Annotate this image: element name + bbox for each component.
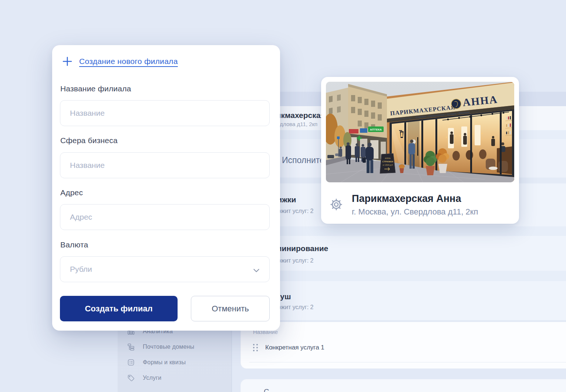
sidebar-item-label: Почтовые домены [143,344,194,350]
services-icon [127,374,135,382]
field-label-currency: Валюта [60,240,88,249]
category-row-shower[interactable]: Душ Содержит услуг: 2 [240,281,566,320]
next-card-partial-text: С [264,388,269,392]
business-sphere-input[interactable] [60,152,270,178]
sidebar-item-mail-domains[interactable]: Почтовые домены [118,339,232,354]
currency-select-value: Рубли [70,265,253,274]
service-row[interactable]: Конкретная услуга 1 [249,341,564,355]
divider [249,362,566,362]
currency-select[interactable]: Рубли [60,256,270,282]
sidebar-item-label: Формы и квизы [143,359,186,366]
field-label-branch-name: Название филиала [60,84,131,93]
divider-band [240,271,566,281]
gear-icon[interactable] [329,197,343,212]
service-name: Конкретная услуга 1 [265,344,324,351]
create-branch-modal: Создание нового филиала Название филиала… [52,45,280,331]
aframe-line-2: СТРИЖКИ [382,160,393,163]
category-row-lamination[interactable]: Ламинирование Содержит услуг: 2 [240,236,566,271]
branch-card[interactable]: АПТЕКА ПАРИКМАХЕРСКАЯ АННА САЛОН КРАСОТЫ [321,77,519,224]
pharmacy-sign-text: АПТЕКА [370,128,382,131]
sidebar-item-label: Услуги [143,375,161,381]
divider-band [240,226,566,236]
sidebar-item-forms-quizzes[interactable]: Формы и квизы [118,355,232,370]
aframe-line-1: АННА [385,157,391,159]
address-input[interactable] [60,204,270,230]
cancel-button[interactable]: Отменить [191,296,270,321]
forms-quizzes-icon [127,358,135,366]
branch-photo: АПТЕКА ПАРИКМАХЕРСКАЯ АННА САЛОН КРАСОТЫ [326,82,514,182]
screen: Аналитика Почтовые домены Формы и квизы [0,0,566,392]
field-label-business-sphere: Сфера бизнеса [60,136,118,145]
chevron-down-icon [253,267,260,271]
branch-card-address: г. Москва, ул. Свердлова д11, 2кп [352,207,478,217]
field-label-address: Адрес [60,188,83,197]
modal-title-link[interactable]: Создание нового филиала [79,57,178,66]
create-branch-button[interactable]: Создать филиал [60,296,178,321]
mail-domains-icon [127,343,135,351]
aframe-line-3: от 1500 руб [383,164,393,166]
branch-name-input[interactable] [60,100,270,126]
drag-handle-icon[interactable] [253,344,258,351]
plus-icon [62,56,73,67]
next-card-partial: С [240,379,566,392]
branch-card-title: Парикмахерская Анна [352,193,461,205]
services-card: Название Конкретная услуга 1 [240,322,566,369]
sidebar-item-services[interactable]: Услуги [118,371,232,385]
